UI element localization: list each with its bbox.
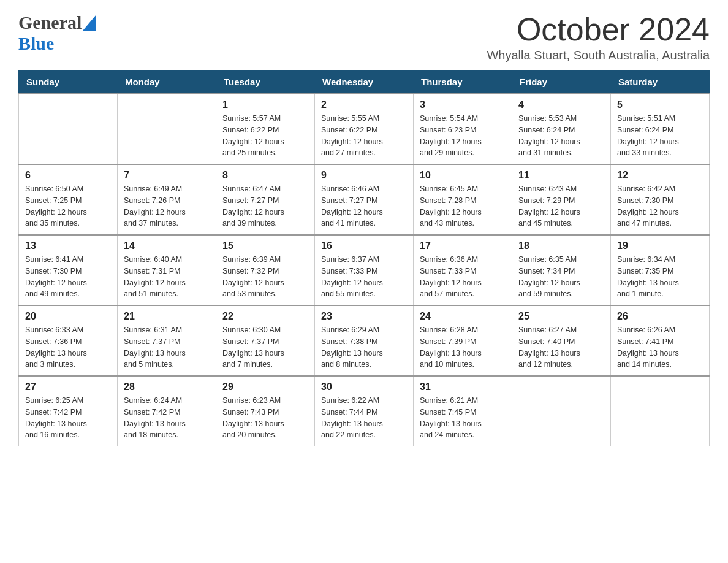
calendar-cell: 13Sunrise: 6:41 AM Sunset: 7:30 PM Dayli… — [19, 235, 118, 305]
day-number: 20 — [25, 311, 111, 322]
calendar-cell: 27Sunrise: 6:25 AM Sunset: 7:42 PM Dayli… — [19, 376, 118, 446]
week-row-5: 27Sunrise: 6:25 AM Sunset: 7:42 PM Dayli… — [19, 376, 710, 446]
calendar-cell: 2Sunrise: 5:55 AM Sunset: 6:22 PM Daylig… — [315, 94, 414, 164]
day-number: 5 — [617, 99, 703, 110]
calendar-cell: 31Sunrise: 6:21 AM Sunset: 7:45 PM Dayli… — [414, 376, 512, 446]
day-number: 22 — [222, 311, 308, 322]
day-info: Sunrise: 5:57 AM Sunset: 6:22 PM Dayligh… — [222, 113, 308, 159]
calendar-cell: 5Sunrise: 5:51 AM Sunset: 6:24 PM Daylig… — [611, 94, 710, 164]
day-info: Sunrise: 6:34 AM Sunset: 7:35 PM Dayligh… — [617, 254, 703, 300]
calendar-cell — [611, 376, 710, 446]
day-number: 4 — [518, 99, 604, 110]
weekday-header-wednesday: Wednesday — [315, 71, 414, 94]
weekday-header-saturday: Saturday — [611, 71, 710, 94]
day-info: Sunrise: 6:37 AM Sunset: 7:33 PM Dayligh… — [321, 254, 407, 300]
calendar-cell: 28Sunrise: 6:24 AM Sunset: 7:42 PM Dayli… — [118, 376, 216, 446]
day-number: 19 — [617, 240, 703, 251]
calendar-cell: 14Sunrise: 6:40 AM Sunset: 7:31 PM Dayli… — [118, 235, 216, 305]
day-info: Sunrise: 6:49 AM Sunset: 7:26 PM Dayligh… — [124, 183, 210, 229]
day-number: 8 — [222, 170, 308, 181]
calendar-cell — [19, 94, 118, 164]
calendar-cell: 30Sunrise: 6:22 AM Sunset: 7:44 PM Dayli… — [315, 376, 414, 446]
day-info: Sunrise: 6:21 AM Sunset: 7:45 PM Dayligh… — [420, 395, 506, 441]
day-info: Sunrise: 5:53 AM Sunset: 6:24 PM Dayligh… — [518, 113, 604, 159]
day-number: 1 — [222, 99, 308, 110]
calendar-cell: 8Sunrise: 6:47 AM Sunset: 7:27 PM Daylig… — [216, 164, 315, 235]
calendar-cell: 17Sunrise: 6:36 AM Sunset: 7:33 PM Dayli… — [414, 235, 512, 305]
weekday-header-sunday: Sunday — [19, 71, 118, 94]
logo: General — [18, 12, 97, 33]
title-area: October 2024 Whyalla Stuart, South Austr… — [487, 12, 710, 63]
week-row-1: 1Sunrise: 5:57 AM Sunset: 6:22 PM Daylig… — [19, 94, 710, 164]
calendar-cell: 4Sunrise: 5:53 AM Sunset: 6:24 PM Daylig… — [512, 94, 611, 164]
day-info: Sunrise: 6:41 AM Sunset: 7:30 PM Dayligh… — [25, 254, 111, 300]
week-row-4: 20Sunrise: 6:33 AM Sunset: 7:36 PM Dayli… — [19, 305, 710, 376]
day-number: 24 — [420, 311, 506, 322]
calendar-cell: 23Sunrise: 6:29 AM Sunset: 7:38 PM Dayli… — [315, 305, 414, 376]
calendar-table: SundayMondayTuesdayWednesdayThursdayFrid… — [18, 70, 710, 446]
day-info: Sunrise: 6:27 AM Sunset: 7:40 PM Dayligh… — [518, 324, 604, 370]
logo-area: General Blue — [18, 12, 97, 54]
day-info: Sunrise: 6:50 AM Sunset: 7:25 PM Dayligh… — [25, 183, 111, 229]
day-info: Sunrise: 6:36 AM Sunset: 7:33 PM Dayligh… — [420, 254, 506, 300]
day-info: Sunrise: 6:26 AM Sunset: 7:41 PM Dayligh… — [617, 324, 703, 370]
day-number: 16 — [321, 240, 407, 251]
week-row-2: 6Sunrise: 6:50 AM Sunset: 7:25 PM Daylig… — [19, 164, 710, 235]
weekday-header-tuesday: Tuesday — [216, 71, 315, 94]
calendar-cell: 7Sunrise: 6:49 AM Sunset: 7:26 PM Daylig… — [118, 164, 216, 235]
day-number: 3 — [420, 99, 506, 110]
day-number: 9 — [321, 170, 407, 181]
calendar-subtitle: Whyalla Stuart, South Australia, Austral… — [487, 48, 710, 63]
weekday-header-row: SundayMondayTuesdayWednesdayThursdayFrid… — [19, 71, 710, 94]
day-number: 7 — [124, 170, 210, 181]
logo-general: General — [18, 12, 82, 33]
logo-blue: Blue — [18, 33, 54, 53]
day-number: 27 — [25, 381, 111, 393]
day-info: Sunrise: 6:25 AM Sunset: 7:42 PM Dayligh… — [25, 395, 111, 441]
day-info: Sunrise: 6:47 AM Sunset: 7:27 PM Dayligh… — [222, 183, 308, 229]
weekday-header-monday: Monday — [118, 71, 216, 94]
calendar-cell: 6Sunrise: 6:50 AM Sunset: 7:25 PM Daylig… — [19, 164, 118, 235]
calendar-cell: 15Sunrise: 6:39 AM Sunset: 7:32 PM Dayli… — [216, 235, 315, 305]
calendar-cell: 19Sunrise: 6:34 AM Sunset: 7:35 PM Dayli… — [611, 235, 710, 305]
day-number: 12 — [617, 170, 703, 181]
calendar-cell — [512, 376, 611, 446]
calendar-cell: 26Sunrise: 6:26 AM Sunset: 7:41 PM Dayli… — [611, 305, 710, 376]
calendar-cell: 18Sunrise: 6:35 AM Sunset: 7:34 PM Dayli… — [512, 235, 611, 305]
day-info: Sunrise: 5:55 AM Sunset: 6:22 PM Dayligh… — [321, 113, 407, 159]
day-number: 29 — [222, 381, 308, 393]
day-info: Sunrise: 6:28 AM Sunset: 7:39 PM Dayligh… — [420, 324, 506, 370]
weekday-header-friday: Friday — [512, 71, 611, 94]
day-info: Sunrise: 6:33 AM Sunset: 7:36 PM Dayligh… — [25, 324, 111, 370]
day-info: Sunrise: 6:46 AM Sunset: 7:27 PM Dayligh… — [321, 183, 407, 229]
day-number: 13 — [25, 240, 111, 251]
day-number: 18 — [518, 240, 604, 251]
day-number: 14 — [124, 240, 210, 251]
day-number: 15 — [222, 240, 308, 251]
calendar-title: October 2024 — [487, 12, 710, 47]
calendar-cell: 22Sunrise: 6:30 AM Sunset: 7:37 PM Dayli… — [216, 305, 315, 376]
calendar-cell — [118, 94, 216, 164]
day-number: 28 — [124, 381, 210, 393]
day-number: 23 — [321, 311, 407, 322]
day-info: Sunrise: 6:24 AM Sunset: 7:42 PM Dayligh… — [124, 395, 210, 441]
calendar-cell: 11Sunrise: 6:43 AM Sunset: 7:29 PM Dayli… — [512, 164, 611, 235]
day-info: Sunrise: 6:39 AM Sunset: 7:32 PM Dayligh… — [222, 254, 308, 300]
day-number: 21 — [124, 311, 210, 322]
calendar-cell: 20Sunrise: 6:33 AM Sunset: 7:36 PM Dayli… — [19, 305, 118, 376]
day-number: 25 — [518, 311, 604, 322]
logo-blue-text: Blue — [18, 33, 54, 54]
calendar-cell: 25Sunrise: 6:27 AM Sunset: 7:40 PM Dayli… — [512, 305, 611, 376]
day-number: 26 — [617, 311, 703, 322]
day-number: 11 — [518, 170, 604, 181]
day-info: Sunrise: 5:54 AM Sunset: 6:23 PM Dayligh… — [420, 113, 506, 159]
day-info: Sunrise: 6:42 AM Sunset: 7:30 PM Dayligh… — [617, 183, 703, 229]
day-info: Sunrise: 6:23 AM Sunset: 7:43 PM Dayligh… — [222, 395, 308, 441]
calendar-cell: 1Sunrise: 5:57 AM Sunset: 6:22 PM Daylig… — [216, 94, 315, 164]
day-number: 17 — [420, 240, 506, 251]
day-number: 2 — [321, 99, 407, 110]
page-header: General Blue October 2024 Whyalla Stuart… — [18, 12, 710, 63]
day-number: 10 — [420, 170, 506, 181]
day-info: Sunrise: 6:31 AM Sunset: 7:37 PM Dayligh… — [124, 324, 210, 370]
day-info: Sunrise: 6:45 AM Sunset: 7:28 PM Dayligh… — [420, 183, 506, 229]
